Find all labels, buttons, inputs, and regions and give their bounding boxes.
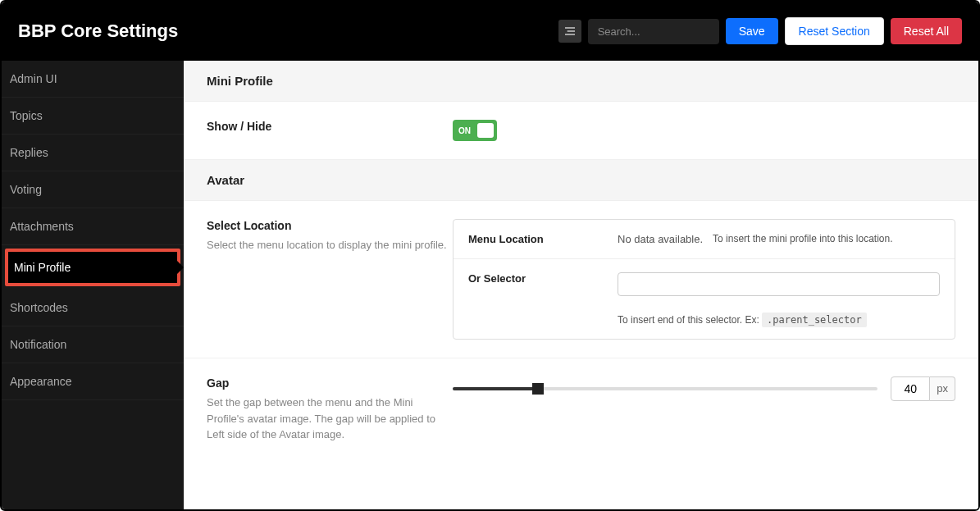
- search-input[interactable]: [588, 19, 719, 44]
- section-heading-avatar: Avatar: [184, 160, 978, 201]
- setting-gap: Gap Set the gap between the menu and the…: [184, 358, 978, 461]
- show-hide-toggle[interactable]: ON: [453, 120, 497, 141]
- sidebar-item-topics[interactable]: Topics: [2, 98, 184, 135]
- sidebar-item-attachments[interactable]: Attachments: [2, 208, 184, 245]
- gap-desc: Set the gap between the menu and the Min…: [207, 395, 453, 443]
- show-hide-label: Show / Hide: [207, 120, 453, 133]
- expand-icon-button[interactable]: [558, 20, 581, 43]
- select-location-label: Select Location: [207, 219, 453, 232]
- menu-location-hint: To insert the mini profile into this loc…: [713, 233, 892, 244]
- gap-slider-thumb[interactable]: [532, 383, 544, 395]
- or-selector-hint-text: To insert end of this selector. Ex:: [618, 314, 762, 326]
- or-selector-label: Or Selector: [468, 272, 608, 285]
- header: BBP Core Settings Save Reset Section Res…: [2, 2, 978, 61]
- or-selector-hint: To insert end of this selector. Ex: .par…: [618, 314, 940, 326]
- location-box: Menu Location No data available. To inse…: [453, 219, 955, 340]
- gap-slider-fill: [453, 387, 538, 390]
- sidebar-item-shortcodes[interactable]: Shortcodes: [2, 290, 184, 326]
- gap-label: Gap: [207, 376, 453, 390]
- sidebar-item-appearance[interactable]: Appearance: [2, 363, 184, 400]
- main-content: Mini Profile Show / Hide ON Avatar Selec…: [184, 61, 978, 509]
- gap-slider[interactable]: [453, 387, 877, 390]
- menu-location-label: Menu Location: [468, 233, 608, 245]
- section-heading-mini-profile: Mini Profile: [184, 61, 978, 102]
- gap-unit: px: [930, 376, 955, 401]
- setting-show-hide: Show / Hide ON: [184, 102, 978, 160]
- menu-location-nodata: No data available.: [618, 233, 703, 245]
- sidebar-item-admin-ui[interactable]: Admin UI: [2, 61, 184, 98]
- sidebar: Admin UI Topics Replies Voting Attachmen…: [2, 61, 184, 509]
- setting-select-location: Select Location Select the menu location…: [184, 201, 978, 358]
- header-actions: Save Reset Section Reset All: [558, 17, 962, 45]
- page-title: BBP Core Settings: [18, 21, 558, 42]
- or-selector-input[interactable]: [618, 272, 940, 296]
- or-selector-hint-code: .parent_selector: [762, 313, 867, 327]
- sidebar-item-mini-profile[interactable]: Mini Profile: [5, 249, 180, 286]
- sidebar-item-replies[interactable]: Replies: [2, 135, 184, 171]
- sidebar-item-notification[interactable]: Notification: [2, 326, 184, 363]
- save-button[interactable]: Save: [726, 18, 778, 44]
- expand-icon: [563, 25, 577, 38]
- sidebar-item-voting[interactable]: Voting: [2, 171, 184, 208]
- reset-section-button[interactable]: Reset Section: [785, 17, 884, 45]
- toggle-on-label: ON: [458, 126, 471, 135]
- reset-all-button[interactable]: Reset All: [891, 18, 962, 44]
- gap-value-input[interactable]: [891, 376, 930, 401]
- toggle-knob: [477, 123, 494, 138]
- select-location-desc: Select the menu location to display the …: [207, 237, 453, 253]
